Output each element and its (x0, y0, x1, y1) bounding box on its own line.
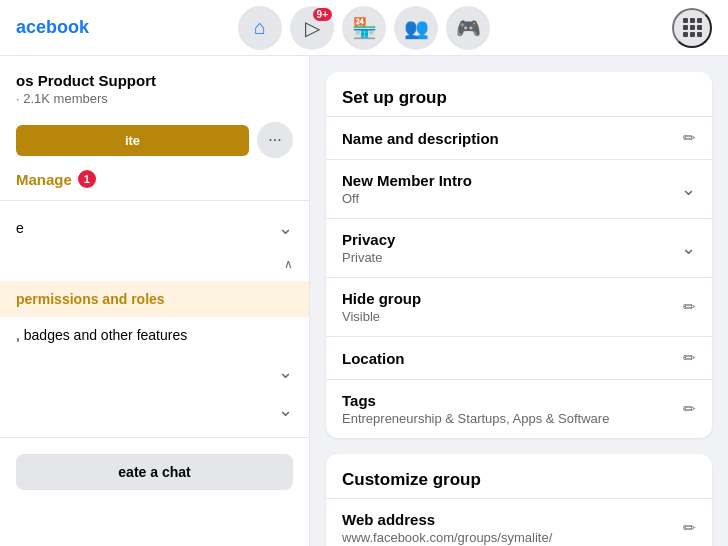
sidebar-item-permissions[interactable]: permissions and roles (0, 281, 309, 317)
chevron-down-icon-3 (278, 401, 293, 419)
customize-group-card: Customize group Web address www.facebook… (326, 454, 712, 546)
sidebar-action-row: ite ··· (0, 114, 309, 166)
home-nav-button[interactable]: ⌂ (238, 6, 282, 50)
main-layout: os Product Support · 2.1K members ite ··… (0, 56, 728, 546)
sidebar-item-5[interactable] (0, 353, 309, 391)
tags-sub: Entrepreneurship & Startups, Apps & Soft… (342, 411, 675, 426)
manage-label: Manage (16, 171, 72, 188)
manage-badge: 1 (78, 170, 96, 188)
more-options-button[interactable]: ··· (257, 122, 293, 158)
top-nav-right (582, 8, 712, 48)
content-area: Set up group Name and description New Me… (310, 56, 728, 546)
location-content: Location (342, 350, 675, 367)
new-member-intro-label: New Member Intro (342, 172, 673, 189)
location-label: Location (342, 350, 675, 367)
customize-group-title: Customize group (326, 454, 712, 498)
hide-group-row[interactable]: Hide group Visible (326, 277, 712, 336)
hide-group-edit-icon (683, 298, 696, 316)
name-description-row[interactable]: Name and description (326, 116, 712, 159)
new-member-intro-sub: Off (342, 191, 673, 206)
hide-group-label: Hide group (342, 290, 675, 307)
web-address-edit-icon (683, 519, 696, 537)
chevron-up-icon: ∧ (284, 257, 293, 271)
sidebar-item-permissions-label: permissions and roles (16, 291, 165, 307)
group-members: · 2.1K members (0, 91, 309, 114)
web-address-label: Web address (342, 511, 675, 528)
new-member-intro-row[interactable]: New Member Intro Off (326, 159, 712, 218)
nav-icons: ⌂ ▷ 9+ 🏪 👥 🎮 (146, 6, 582, 50)
facebook-logo: acebook (16, 17, 146, 38)
grid-icon (683, 18, 702, 37)
name-description-edit-icon (683, 129, 696, 147)
location-edit-icon (683, 349, 696, 367)
gaming-nav-button[interactable]: 🎮 (446, 6, 490, 50)
new-member-intro-chevron-icon (681, 180, 696, 199)
sidebar-item-badges-label: , badges and other features (16, 327, 187, 343)
sidebar-item-badges[interactable]: , badges and other features (0, 317, 309, 353)
tags-edit-icon (683, 400, 696, 418)
web-address-sub: www.facebook.com/groups/symalite/ (342, 530, 675, 545)
hide-group-content: Hide group Visible (342, 290, 675, 324)
privacy-row[interactable]: Privacy Private (326, 218, 712, 277)
top-navigation: acebook ⌂ ▷ 9+ 🏪 👥 🎮 (0, 0, 728, 56)
sidebar-item-1[interactable]: e (0, 209, 309, 247)
setup-group-card: Set up group Name and description New Me… (326, 72, 712, 438)
web-address-content: Web address www.facebook.com/groups/syma… (342, 511, 675, 545)
invite-button[interactable]: ite (16, 125, 249, 156)
manage-section[interactable]: Manage 1 (0, 166, 309, 192)
new-member-intro-content: New Member Intro Off (342, 172, 673, 206)
tags-row[interactable]: Tags Entrepreneurship & Startups, Apps &… (326, 379, 712, 438)
sidebar: os Product Support · 2.1K members ite ··… (0, 56, 310, 546)
hide-group-sub: Visible (342, 309, 675, 324)
grid-menu-button[interactable] (672, 8, 712, 48)
privacy-chevron-icon (681, 239, 696, 258)
video-badge: 9+ (313, 8, 332, 21)
video-nav-button[interactable]: ▷ 9+ (290, 6, 334, 50)
sidebar-divider-2 (0, 437, 309, 438)
store-nav-button[interactable]: 🏪 (342, 6, 386, 50)
privacy-content: Privacy Private (342, 231, 673, 265)
chevron-down-icon-2 (278, 363, 293, 381)
create-chat-button[interactable]: eate a chat (16, 454, 293, 490)
sidebar-item-2[interactable]: ∧ (0, 247, 309, 281)
privacy-label: Privacy (342, 231, 673, 248)
tags-label: Tags (342, 392, 675, 409)
sidebar-item-6[interactable] (0, 391, 309, 429)
tags-content: Tags Entrepreneurship & Startups, Apps &… (342, 392, 675, 426)
privacy-sub: Private (342, 250, 673, 265)
web-address-row[interactable]: Web address www.facebook.com/groups/syma… (326, 498, 712, 546)
name-description-label: Name and description (342, 130, 675, 147)
sidebar-divider-1 (0, 200, 309, 201)
location-row[interactable]: Location (326, 336, 712, 379)
people-nav-button[interactable]: 👥 (394, 6, 438, 50)
name-description-content: Name and description (342, 130, 675, 147)
group-name: os Product Support (0, 64, 309, 91)
chevron-down-icon (278, 219, 293, 237)
setup-group-title: Set up group (326, 72, 712, 116)
sidebar-item-1-label: e (16, 220, 24, 236)
